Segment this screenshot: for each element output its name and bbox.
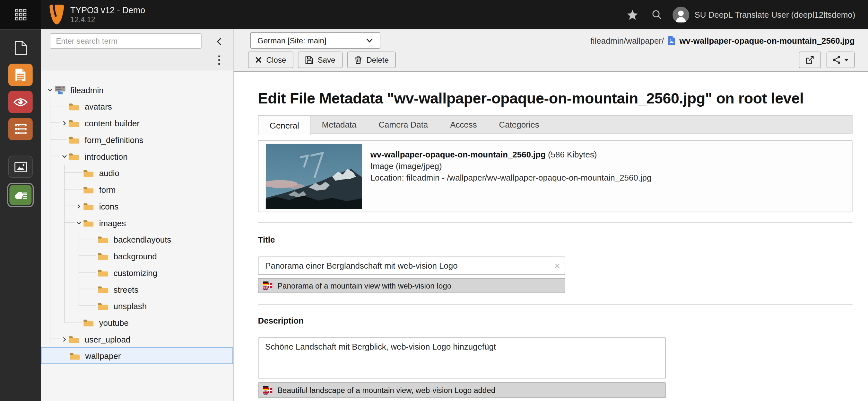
tab-metadata[interactable]: Metadata: [311, 116, 368, 133]
language-select[interactable]: German [Site: main]: [250, 32, 380, 49]
tree-expander-icon[interactable]: [74, 202, 83, 211]
folder-icon: [83, 169, 95, 177]
username: SU DeepL Translate User (deepl12ltsdemo): [695, 10, 856, 19]
tree-connector: [64, 189, 82, 190]
language-select-value: German [Site: main]: [257, 36, 327, 45]
tree-item-streets[interactable]: streets: [41, 281, 233, 297]
kebab-menu-icon: [218, 55, 220, 65]
module-list[interactable]: [8, 118, 33, 140]
tab-general[interactable]: General: [258, 115, 311, 135]
module-bar: [0, 29, 41, 401]
caret-down-icon: [844, 58, 849, 61]
tab-strip: GeneralMetadataCamera DataAccessCategori…: [258, 115, 852, 134]
folder-icon: [98, 268, 109, 277]
tree-connector: [79, 272, 96, 273]
folder-icon: [69, 351, 81, 360]
tree-item-background[interactable]: background: [41, 248, 233, 264]
close-button[interactable]: Close: [248, 51, 293, 68]
section-divider: [258, 304, 852, 305]
tree-item-form[interactable]: form: [41, 181, 233, 198]
tree-item-user_upload[interactable]: user_upload: [41, 331, 233, 348]
search-button[interactable]: [645, 0, 669, 29]
view-eye-icon: [13, 97, 28, 107]
folder-icon: [83, 185, 95, 194]
tree-expander-icon[interactable]: [74, 218, 83, 227]
module-filelist[interactable]: [8, 156, 33, 178]
tree-item-wallpaper[interactable]: wallpaper: [41, 347, 233, 364]
tree-item-icons[interactable]: icons: [41, 198, 233, 214]
tree-item-audio[interactable]: audio: [41, 165, 233, 181]
tree-expander-icon[interactable]: [60, 152, 69, 161]
multi-flag-icon: [263, 385, 272, 395]
tree-item-content-builder[interactable]: content-builder: [41, 115, 233, 132]
docheader-icon-buttons: [799, 51, 855, 68]
user-menu[interactable]: SU DeepL Translate User (deepl12ltsdemo): [669, 6, 868, 23]
tree-connector: [50, 339, 60, 339]
collapse-tree-button[interactable]: [214, 37, 224, 47]
chevron-down-icon: [366, 38, 373, 43]
multi-flag-icon: [263, 281, 272, 290]
image-file-icon: [668, 35, 675, 45]
tree-item-customizing[interactable]: customizing: [41, 264, 233, 281]
tree-item-youtube[interactable]: youtube: [41, 314, 233, 331]
tree-item-form_definitions[interactable]: form_definitions: [41, 132, 233, 148]
file-tree: fileadminavatarscontent-builderform_defi…: [41, 70, 233, 401]
grid-icon: [15, 9, 26, 21]
tree-connector: [79, 255, 96, 256]
brand[interactable]: TYPO3 v12 - Demo 12.4.12: [41, 4, 146, 25]
tree-search-input[interactable]: [50, 33, 202, 49]
title-input[interactable]: [258, 256, 565, 275]
view-file-button[interactable]: [799, 51, 821, 68]
clear-input-icon[interactable]: ×: [554, 261, 560, 270]
file-path: fileadmin/wallpaper/: [591, 36, 664, 45]
folder-icon: [98, 285, 109, 293]
title-translation-suggestion[interactable]: Panorama of a mountain view with web-vis…: [258, 278, 565, 293]
tab-categories[interactable]: Categories: [488, 116, 550, 133]
tree-connector: [50, 139, 67, 140]
module-menu-toggle-button[interactable]: [0, 0, 41, 29]
bookmark-button[interactable]: [620, 0, 645, 29]
folder-icon: [83, 202, 95, 210]
tree-connector: [51, 356, 68, 356]
tree-connector: [50, 122, 60, 123]
tree-toolbar: [41, 29, 233, 70]
title-label: Title: [258, 235, 868, 244]
tree-item-avatars[interactable]: avatars: [41, 98, 233, 115]
title-field-wrap: ×: [258, 256, 565, 275]
list-icon: [15, 124, 26, 135]
tree-connector: [79, 239, 96, 239]
tree-item-introduction[interactable]: introduction: [41, 148, 233, 165]
file-thumbnail: [266, 144, 362, 209]
folder-icon: [98, 235, 109, 244]
share-dropdown-button[interactable]: [827, 51, 855, 68]
module-page[interactable]: [8, 64, 33, 86]
tree-item-unsplash[interactable]: unsplash: [41, 297, 233, 314]
tree-item-backendlayouts[interactable]: backendlayouts: [41, 231, 233, 248]
folder-icon: [69, 335, 80, 343]
module-view[interactable]: [8, 91, 33, 113]
info-filename: wv-wallpaper-opaque-on-mountain_2560.jpg: [370, 150, 546, 159]
content-area: German [Site: main] Close: [234, 29, 868, 401]
tab-access[interactable]: Access: [439, 116, 488, 133]
title-translation-text: Panorama of a mountain view with web-vis…: [277, 281, 451, 290]
save-button[interactable]: Save: [298, 51, 342, 68]
tab-camera-data[interactable]: Camera Data: [368, 116, 439, 133]
module-media-active[interactable]: [7, 183, 34, 207]
description-textarea[interactable]: Schöne Landschaft mit Bergblick, web-vis…: [258, 337, 666, 378]
tree-expander-icon[interactable]: [60, 119, 69, 127]
site-title: TYPO3 v12 - Demo: [70, 5, 145, 16]
tree-options-button[interactable]: [214, 55, 224, 66]
delete-button[interactable]: Delete: [347, 51, 396, 68]
description-label: Description: [258, 316, 868, 325]
tree-expander-icon[interactable]: [45, 85, 54, 94]
page-title: Edit File Metadata "wv-wallpaper-opaque-…: [258, 89, 868, 108]
tree-expander-icon[interactable]: [60, 335, 69, 344]
tree-item-fileadmin[interactable]: fileadmin: [41, 82, 233, 98]
description-translation-suggestion[interactable]: Beautiful landscape of a mountain view, …: [258, 382, 666, 398]
typo3-backend: TYPO3 v12 - Demo 12.4.12: [0, 0, 868, 401]
search-icon: [652, 9, 662, 20]
breadcrumb: fileadmin/wallpaper/ wv-wallpaper-opaque…: [591, 29, 855, 51]
module-page-outline[interactable]: [8, 37, 33, 59]
info-mime: Image (image/jpeg): [370, 160, 652, 172]
tree-item-images[interactable]: images: [41, 214, 233, 231]
